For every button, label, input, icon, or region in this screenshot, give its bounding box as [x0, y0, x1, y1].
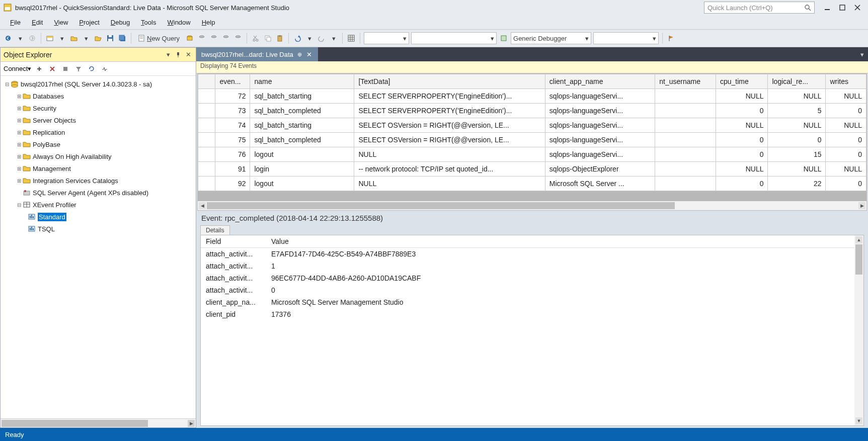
chevron-down-icon[interactable]: ▾ — [81, 32, 91, 44]
details-col-value[interactable]: Value — [266, 235, 863, 248]
grid-column-header[interactable]: client_app_name — [545, 74, 655, 89]
db-query-icon-2[interactable] — [197, 32, 207, 44]
tree-folder[interactable]: ⊞Management — [2, 162, 195, 174]
expand-icon[interactable]: ⊞ — [16, 130, 23, 135]
collapse-icon[interactable]: ⊟ — [4, 81, 11, 87]
tabs-dropdown-icon[interactable]: ▾ — [856, 51, 868, 58]
expand-icon[interactable]: ⊞ — [16, 94, 23, 99]
tree-tsql[interactable]: TSQL — [2, 223, 195, 235]
grid-column-header[interactable]: logical_re... — [768, 74, 826, 89]
tree-folder[interactable]: ⊞PolyBase — [2, 138, 195, 150]
disconnect-x-icon[interactable] — [47, 63, 57, 75]
details-tab[interactable]: Details — [200, 225, 230, 235]
grid-column-header[interactable]: writes — [826, 74, 866, 89]
tree-agent[interactable]: SQL Server Agent (Agent XPs disabled) — [2, 187, 195, 199]
pin-icon[interactable] — [174, 50, 183, 59]
scroll-left-icon[interactable]: ◀ — [199, 202, 206, 209]
menu-debug[interactable]: Debug — [106, 18, 135, 27]
quick-launch-input[interactable]: Quick Launch (Ctrl+Q) — [704, 2, 815, 14]
connect-button[interactable]: Connect▾ — [4, 65, 31, 72]
nav-forward-button[interactable] — [27, 32, 37, 44]
details-row[interactable]: attach_activit...96EC677D-44DD-4AB6-A260… — [201, 272, 863, 284]
table-row[interactable]: 73sql_batch_completedSELECT SERVERPROPER… — [198, 104, 866, 118]
table-row[interactable]: 76logoutNULLsqlops-languageServi...0150 — [198, 147, 866, 162]
details-row[interactable]: attach_activit...E7AFD147-7D46-425C-B549… — [201, 248, 863, 260]
tree-folder[interactable]: ⊞Integration Services Catalogs — [2, 174, 195, 187]
filter-icon[interactable] — [73, 63, 84, 75]
close-icon[interactable]: ✕ — [306, 51, 313, 58]
menu-edit[interactable]: Edit — [27, 18, 48, 27]
db-query-icon-5[interactable] — [233, 32, 243, 44]
debugger-combo[interactable]: Generic Debugger▾ — [511, 32, 591, 44]
scroll-right-icon[interactable]: ▶ — [188, 420, 195, 427]
object-explorer-hscrollbar[interactable]: ▶ — [1, 418, 196, 427]
menu-view[interactable]: View — [49, 18, 73, 27]
expand-icon[interactable]: ⊞ — [16, 142, 23, 147]
grid-column-header[interactable]: nt_username — [655, 74, 716, 89]
table-row[interactable]: 74sql_batch_startingSELECT OSVersion = R… — [198, 118, 866, 133]
menu-window[interactable]: Window — [162, 18, 195, 27]
new-project-button[interactable] — [45, 32, 55, 44]
pin-icon[interactable]: ⊕ — [297, 51, 302, 58]
toolbar-combo-3[interactable]: ▾ — [593, 32, 659, 44]
cut-button[interactable] — [251, 32, 261, 44]
details-row[interactable]: client_pid17376 — [201, 308, 863, 320]
toolbar-combo-1[interactable]: ▾ — [364, 32, 409, 44]
disconnect-icon[interactable] — [34, 63, 44, 75]
scroll-up-icon[interactable]: ▲ — [855, 236, 862, 243]
stop-icon[interactable] — [60, 63, 70, 75]
table-row[interactable]: 91login-- network protocol: TCP/IP set q… — [198, 162, 866, 177]
tree-folder[interactable]: ⊞Databases — [2, 90, 195, 102]
expand-icon[interactable]: ⊞ — [16, 178, 23, 184]
chevron-down-icon[interactable]: ▾ — [57, 32, 67, 44]
copy-button[interactable] — [263, 32, 273, 44]
maximize-button[interactable] — [835, 2, 850, 14]
menu-project[interactable]: Project — [74, 18, 104, 27]
minimize-button[interactable] — [820, 2, 835, 14]
details-row[interactable]: client_app_na...Microsoft SQL Server Man… — [201, 296, 863, 308]
tree-root[interactable]: ⊟ bwsql2017rhel (SQL Server 14.0.3023.8 … — [2, 78, 195, 90]
save-button[interactable] — [105, 32, 115, 44]
events-grid[interactable]: even...name[TextData]client_app_nament_u… — [197, 73, 867, 211]
menu-help[interactable]: Help — [197, 18, 220, 27]
db-query-icon-1[interactable] — [185, 32, 195, 44]
expand-icon[interactable]: ⊞ — [16, 118, 23, 123]
expand-icon[interactable]: ⊞ — [16, 106, 23, 111]
toolbar-combo-2[interactable]: ▾ — [411, 32, 497, 44]
debugger-icon[interactable] — [499, 32, 509, 44]
expand-icon[interactable]: ⊞ — [16, 166, 23, 171]
table-row[interactable]: 92logoutNULLMicrosoft SQL Server ...0220 — [198, 177, 866, 191]
table-row[interactable]: 72sql_batch_startingSELECT SERVERPROPERT… — [198, 89, 866, 104]
menu-file[interactable]: File — [5, 18, 26, 27]
open-button[interactable] — [69, 32, 79, 44]
details-row[interactable]: attach_activit...1 — [201, 260, 863, 272]
collapse-icon[interactable]: ⊟ — [16, 202, 23, 208]
activity-icon[interactable] — [100, 63, 110, 75]
tree-xevent[interactable]: ⊟ XEvent Profiler — [2, 199, 195, 211]
tree-folder[interactable]: ⊞Server Objects — [2, 114, 195, 126]
db-query-icon-4[interactable] — [221, 32, 231, 44]
table-row[interactable]: 75sql_batch_completedSELECT OSVersion = … — [198, 133, 866, 147]
grid-column-header[interactable]: cpu_time — [716, 74, 768, 89]
save-all-button[interactable] — [117, 32, 127, 44]
tree-folder[interactable]: ⊞Security — [2, 102, 195, 114]
grid-column-header[interactable]: [TextData] — [354, 74, 545, 89]
grid-column-header[interactable]: even... — [215, 74, 250, 89]
grid-column-header[interactable] — [198, 74, 215, 89]
db-query-icon-3[interactable] — [209, 32, 219, 44]
chevron-down-icon[interactable]: ▾ — [329, 32, 339, 44]
folder-open-icon[interactable] — [93, 32, 103, 44]
scroll-right-icon[interactable]: ▶ — [858, 202, 865, 209]
object-tree[interactable]: ⊟ bwsql2017rhel (SQL Server 14.0.3023.8 … — [1, 76, 196, 418]
close-button[interactable] — [850, 2, 865, 14]
chevron-down-icon[interactable]: ▾ — [304, 32, 314, 44]
tree-folder[interactable]: ⊞Replication — [2, 126, 195, 138]
expand-icon[interactable]: ⊞ — [16, 154, 23, 159]
details-row[interactable]: attach_activit...0 — [201, 284, 863, 296]
chevron-down-icon[interactable]: ▾ — [15, 32, 25, 44]
paste-button[interactable] — [275, 32, 285, 44]
live-data-tab[interactable]: bwsql2017rhel...dard: Live Data ⊕ ✕ — [196, 47, 318, 61]
undo-button[interactable] — [292, 32, 302, 44]
flag-icon[interactable] — [666, 32, 676, 44]
details-col-field[interactable]: Field — [201, 235, 266, 248]
